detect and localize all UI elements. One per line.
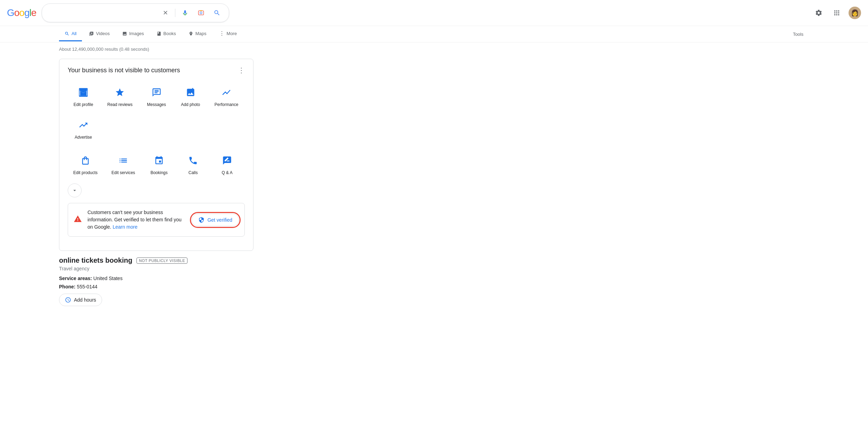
business-panel-header: Your business is not visible to customer… [68, 66, 245, 74]
clock-icon [65, 297, 71, 303]
nav-tabs: All Videos Images Books Maps ⋮ More Tool… [0, 26, 868, 42]
more-dots-icon: ⋮ [219, 30, 225, 37]
tab-all[interactable]: All [59, 27, 82, 41]
image-nav-icon [122, 31, 127, 36]
action-calls[interactable]: Calls [177, 149, 209, 179]
business-info: online tickets booking NOT PUBLICLY VISI… [59, 256, 253, 306]
action-read-reviews[interactable]: Read reviews [102, 81, 138, 111]
svg-rect-2 [200, 10, 202, 11]
bag-icon [78, 154, 92, 167]
svg-point-1 [200, 12, 202, 14]
business-name: online tickets booking [59, 256, 132, 264]
phone-value: 555-0144 [77, 284, 97, 289]
calendar-icon [152, 154, 166, 167]
edit-products-label: Edit products [73, 170, 98, 175]
action-bookings[interactable]: Bookings [143, 149, 175, 179]
edit-services-label: Edit services [111, 170, 135, 175]
clear-button[interactable]: ✕ [159, 7, 172, 19]
image-search-button[interactable] [195, 7, 207, 19]
google-logo: Google [7, 7, 36, 18]
photo-icon [184, 85, 198, 99]
trending-icon [76, 118, 90, 132]
message-icon [150, 85, 164, 99]
tab-more-label: More [227, 31, 237, 36]
main-content: About 12,490,000,000 results (0.48 secon… [0, 42, 312, 310]
business-panel-title: Your business is not visible to customer… [68, 67, 180, 74]
header-right: 👩 [812, 7, 861, 19]
voice-search-button[interactable] [179, 7, 191, 19]
tab-images[interactable]: Images [117, 27, 150, 41]
qa-icon [220, 154, 234, 167]
action-qa[interactable]: Q & A [211, 149, 243, 179]
add-hours-button[interactable]: Add hours [59, 294, 102, 306]
action-edit-products[interactable]: Edit products [68, 149, 103, 179]
business-panel: Your business is not visible to customer… [59, 59, 253, 251]
expand-actions-button[interactable] [68, 183, 82, 197]
more-options-button[interactable]: ⋮ [238, 66, 245, 74]
action-edit-profile[interactable]: Edit profile [68, 81, 99, 111]
tab-more[interactable]: ⋮ More [214, 26, 243, 42]
svg-rect-0 [199, 11, 204, 15]
tab-videos[interactable]: Videos [83, 27, 115, 41]
learn-more-link[interactable]: Learn more [112, 224, 137, 230]
business-name-row: online tickets booking NOT PUBLICLY VISI… [59, 256, 253, 264]
chevron-down-icon [72, 187, 78, 194]
camera-icon [198, 9, 205, 16]
search-bar-icons: ✕ [159, 7, 223, 19]
microphone-icon [182, 9, 189, 16]
qa-label: Q & A [222, 170, 232, 175]
get-verified-button[interactable]: Get verified [192, 214, 239, 226]
actions-row1: Edit profile Read reviews Messages [68, 81, 245, 144]
verify-notice: Customers can't see your business inform… [68, 203, 245, 237]
tab-books-label: Books [164, 31, 176, 36]
list-icon [116, 154, 130, 167]
avatar[interactable]: 👩 [849, 7, 861, 19]
phone: Phone: 555-0144 [59, 284, 253, 289]
warning-icon [74, 215, 82, 225]
action-messages[interactable]: Messages [141, 81, 172, 111]
advertise-label: Advertise [75, 135, 92, 140]
grid-icon [833, 9, 841, 17]
search-button[interactable] [211, 7, 223, 19]
service-areas: Service areas: United States [59, 276, 253, 281]
action-add-photo[interactable]: Add photo [175, 81, 206, 111]
actions-row2: Edit products Edit services Bookings [68, 149, 245, 197]
star-icon [113, 85, 127, 99]
read-reviews-label: Read reviews [107, 102, 133, 107]
tab-all-label: All [72, 31, 76, 36]
add-photo-label: Add photo [181, 102, 200, 107]
service-areas-value: United States [93, 276, 123, 281]
chart-icon [219, 85, 233, 99]
gear-icon [815, 9, 823, 17]
tools-button[interactable]: Tools [787, 27, 809, 41]
calls-label: Calls [189, 170, 198, 175]
search-nav-icon [65, 31, 69, 36]
performance-label: Performance [215, 102, 239, 107]
messages-label: Messages [147, 102, 166, 107]
tab-maps-label: Maps [195, 31, 207, 36]
results-count: About 12,490,000,000 results (0.48 secon… [59, 47, 253, 52]
search-icon [214, 9, 220, 16]
header: Google my business ✕ [0, 0, 868, 26]
book-nav-icon [157, 31, 161, 36]
search-input[interactable]: my business [48, 10, 156, 16]
action-performance[interactable]: Performance [209, 81, 244, 111]
settings-button[interactable] [812, 7, 825, 19]
phone-icon [186, 154, 200, 167]
search-bar: my business ✕ [42, 3, 229, 22]
get-verified-label: Get verified [207, 217, 232, 223]
action-advertise[interactable]: Advertise [68, 114, 99, 144]
tab-maps[interactable]: Maps [183, 27, 212, 41]
tab-books[interactable]: Books [151, 27, 182, 41]
apps-button[interactable] [831, 7, 843, 19]
action-edit-services[interactable]: Edit services [106, 149, 141, 179]
edit-profile-label: Edit profile [74, 102, 93, 107]
verify-notice-text: Customers can't see your business inform… [87, 209, 186, 231]
bookings-label: Bookings [150, 170, 167, 175]
tab-images-label: Images [129, 31, 144, 36]
add-hours-label: Add hours [74, 297, 96, 303]
business-type: Travel agency [59, 266, 253, 271]
video-nav-icon [89, 31, 94, 36]
shield-icon [198, 217, 205, 223]
phone-label: Phone: [59, 284, 75, 289]
